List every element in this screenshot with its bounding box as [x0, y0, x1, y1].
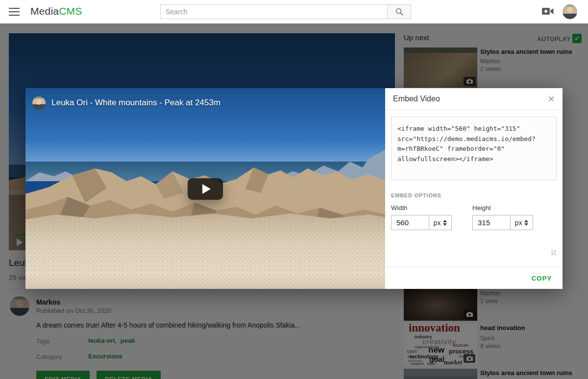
spinner-arrows-icon	[524, 220, 528, 226]
embed-video-modal: Leuka Ori - White mountains - Peak at 24…	[25, 88, 563, 289]
width-unit-select[interactable]: px	[429, 215, 451, 230]
modal-footer: COPY	[385, 267, 563, 289]
search-bar	[160, 4, 411, 19]
modal-title: Embed Video	[393, 95, 440, 103]
width-label: Width	[391, 204, 466, 212]
height-unit-value: px	[515, 219, 522, 227]
search-button[interactable]	[388, 4, 411, 19]
spinner-arrows-icon	[443, 220, 447, 226]
channel-avatar	[32, 96, 46, 110]
video-upload-icon	[542, 7, 554, 16]
embed-code-textarea[interactable]: <iframe width="560" height="315" src="ht…	[391, 117, 557, 180]
width-unit-value: px	[434, 219, 441, 227]
logo-text-cms: CMS	[59, 5, 82, 17]
modal-header: Embed Video ×	[385, 88, 563, 110]
user-avatar[interactable]	[563, 4, 577, 19]
logo-text-media: Media	[30, 5, 59, 17]
play-button[interactable]	[188, 178, 223, 200]
upload-media-button[interactable]	[542, 7, 554, 18]
height-label: Height	[472, 204, 548, 212]
height-unit-select[interactable]: px	[510, 215, 533, 230]
site-logo[interactable]: MediaCMS	[30, 5, 82, 17]
embed-preview-player: Leuka Ori - White mountains - Peak at 24…	[25, 88, 385, 289]
search-input[interactable]	[160, 4, 388, 19]
height-field: Height px	[472, 204, 548, 230]
copy-button[interactable]: COPY	[529, 274, 555, 283]
resize-handle[interactable]	[551, 250, 556, 255]
menu-icon[interactable]	[9, 8, 20, 16]
embed-video-title: Leuka Ori - White mountains - Peak at 24…	[51, 98, 220, 108]
close-icon[interactable]: ×	[548, 94, 555, 104]
width-field: Width px	[391, 204, 466, 230]
play-icon	[202, 184, 211, 194]
embed-options-label: EMBED OPTIONS	[391, 192, 557, 198]
embed-options-panel: Embed Video × <iframe width="560" height…	[385, 88, 563, 289]
top-navbar: MediaCMS	[0, 0, 588, 24]
dimension-fields: Width px Height px	[391, 204, 557, 230]
width-input[interactable]	[392, 215, 429, 230]
search-icon	[395, 7, 404, 16]
embed-title-overlay: Leuka Ori - White mountains - Peak at 24…	[25, 88, 385, 118]
height-input[interactable]	[473, 215, 510, 230]
